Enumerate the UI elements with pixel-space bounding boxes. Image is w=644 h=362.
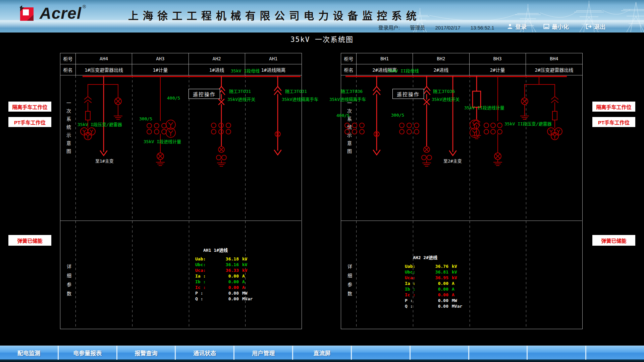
minimize-icon <box>543 24 549 29</box>
right-cabinet-table: 柜号 BH1 BH2 BH3 BH4 柜名 2#进线隔离 2#进线 2#计量 2… <box>341 53 582 75</box>
isolation-bay-tag-1: 随工3TO31 <box>285 88 307 94</box>
isolation-handcart-status-right: 隔离手车工作位 <box>592 102 635 112</box>
brand-logo: Acrel ® <box>17 5 86 23</box>
left-section-top-label: 一次系统示意图 <box>65 101 72 157</box>
right-section-top-label: 一次系统示意图 <box>346 101 353 157</box>
incoming-ct-ratio-1: 400/5 <box>167 96 180 101</box>
pt-arrester-label-1: 35kV I段压变/避雷器 <box>77 121 122 127</box>
nav-distribution-monitor[interactable]: 配电监测 <box>0 346 58 360</box>
cabinet-id: BH3 <box>470 53 526 64</box>
cabinet-id: AH4 <box>76 53 132 64</box>
system-title: 上 海 徐 工 工 程 机 械 有 限 公 司 电 力 设 备 监 控 系 统 <box>128 7 417 22</box>
right-name-header: 柜名 <box>341 64 357 75</box>
cabinet-id: BH1 <box>357 53 413 64</box>
cabinet-name: 2#计量 <box>470 64 526 75</box>
column-separator <box>526 75 526 328</box>
bottom-nav-bar: 配电监测 电参量报表 报警查询 通讯状态 用户管理 直流屏 <box>0 346 644 360</box>
measurement-row: Ia :0.00A <box>195 274 253 279</box>
measurement-row: P :0.00MW <box>405 298 462 304</box>
brand-name: Acrel <box>40 5 82 22</box>
detail-title: AH2 2#进线 <box>405 254 462 260</box>
date-value: 2017/02/17 <box>435 25 461 31</box>
bus-label-2: 35kV II段母线 <box>387 67 419 74</box>
detail-title: AH1 1#进线 <box>195 247 253 253</box>
measurement-row: Ib :0.00A <box>405 287 462 292</box>
incoming-ct-ratio-2: 400/5 <box>336 113 350 118</box>
nav-watermark: ···· <box>534 348 541 351</box>
remote-operate-button-1[interactable]: 遥控操作 <box>189 89 220 99</box>
detail-data-block-left: AH1 1#进线 Uab:36.18kV Ubc:36.16kV Uca:36.… <box>195 247 253 302</box>
column-separator <box>356 75 357 328</box>
metering-label-1: 35kV I段进线计量 <box>144 138 181 144</box>
nav-alarm-query[interactable]: 报警查询 <box>117 346 175 360</box>
incoming-bay-tag-1: 随工3TO31 <box>229 88 251 94</box>
nav-user-management[interactable]: 用户管理 <box>234 346 292 360</box>
nav-parameter-report[interactable]: 电参量报表 <box>59 346 116 360</box>
left-col-header: 柜号 <box>60 53 76 64</box>
spring-charged-status-left: 弹簧已储能 <box>8 235 51 246</box>
login-user-label: 登录用户: <box>378 25 400 31</box>
column-separator <box>75 75 76 328</box>
measurement-row: Ubc:36.16kV <box>195 262 253 268</box>
nav-comm-status[interactable]: 通讯状态 <box>176 346 233 360</box>
nav-empty[interactable] <box>586 346 644 360</box>
isolation-handcart-status-left: 隔离手车工作位 <box>8 102 51 112</box>
incoming-bay-name-2: 35kV进线开关 <box>432 96 460 102</box>
measurement-row: Q :0.00MVar <box>195 296 253 302</box>
isolation-bay-name-1: 35kV进线隔离手车 <box>282 96 318 102</box>
column-separator <box>132 75 132 328</box>
metering-ct-ratio-2: 300/5 <box>391 113 404 118</box>
login-button-label: 登录 <box>515 22 527 31</box>
pt-handcart-status-left: PT手车工作位 <box>8 117 51 127</box>
time-value: 13:56:52.1 <box>471 25 494 31</box>
to-transformer-label-1: 至1#主变 <box>95 158 114 164</box>
section-divider <box>341 221 582 221</box>
cabinet-name: 2#压变避雷器出线 <box>526 64 582 75</box>
measurement-row: Uab:36.76kV <box>405 264 462 269</box>
acrel-logo-icon <box>17 5 37 23</box>
cabinet-name: 1#计量 <box>132 64 189 75</box>
section-divider <box>60 221 301 221</box>
measurement-row: Uca:36.33kV <box>195 268 253 274</box>
minimize-button-label: 最小化 <box>552 22 569 31</box>
incoming-bay-tag-2: 随工3TO36 <box>433 88 455 94</box>
header-bar: Acrel ® 上 海 徐 工 工 程 机 械 有 限 公 司 电 力 设 备 … <box>0 0 644 33</box>
cabinet-name: 1#压变避雷器出线 <box>76 64 132 75</box>
bottom-strip <box>0 360 644 362</box>
isolation-bay-tag-2: 随工3TO36 <box>341 88 363 94</box>
nav-empty[interactable] <box>352 346 410 360</box>
cabinet-id: AH2 <box>189 53 245 64</box>
cabinet-id: BH2 <box>413 53 469 64</box>
right-col-header: 柜号 <box>341 53 357 64</box>
measurement-row: P :0.00MW <box>195 291 253 296</box>
person-icon <box>507 23 513 29</box>
measurement-row: Ic :0.00A <box>195 285 253 291</box>
nav-dc-screen[interactable]: 直流屏 <box>293 346 351 360</box>
cabinet-id: AH1 <box>245 53 302 64</box>
incoming-bay-name-1: 35kV进线开关 <box>227 96 255 102</box>
metering-ct-ratio-1: 300/5 <box>139 116 152 121</box>
column-separator <box>470 75 470 328</box>
nav-empty[interactable] <box>411 346 468 360</box>
exit-button[interactable]: 退出 <box>586 22 605 31</box>
login-info: 登录用户: 管理员 2017/02/17 13:56:52.1 <box>378 24 503 31</box>
remote-operate-button-2[interactable]: 遥控操作 <box>392 89 424 99</box>
isolation-bay-name-2: 35kV进线隔离手车 <box>329 96 366 102</box>
measurement-row: Uca:36.95kV <box>405 275 462 281</box>
measurement-row: Q :0.00MVar <box>405 304 462 309</box>
right-section-bottom-label: 详细参数 <box>346 264 353 300</box>
exit-icon <box>586 24 592 29</box>
login-user-value: 管理员 <box>410 25 425 31</box>
minimize-button[interactable]: 最小化 <box>543 22 569 31</box>
nav-empty[interactable] <box>469 346 527 360</box>
exit-button-label: 退出 <box>594 22 605 31</box>
scada-screen: Acrel ® 上 海 徐 工 工 程 机 械 有 限 公 司 电 力 设 备 … <box>0 0 644 362</box>
detail-data-block-right: AH2 2#进线 Uab:36.76kV Ubc:36.81kV Uca:36.… <box>405 254 462 309</box>
pt-handcart-status-right: PT手车工作位 <box>592 117 635 127</box>
measurement-row: Ib :0.00A <box>195 279 253 285</box>
cabinet-id: AH3 <box>132 53 189 64</box>
page-title: 35kV 一次系统图 <box>0 34 644 44</box>
to-transformer-label-2: 至2#主变 <box>443 158 462 164</box>
login-button[interactable]: 登录 <box>507 22 527 31</box>
measurement-row: Ubc:36.81kV <box>405 269 462 275</box>
